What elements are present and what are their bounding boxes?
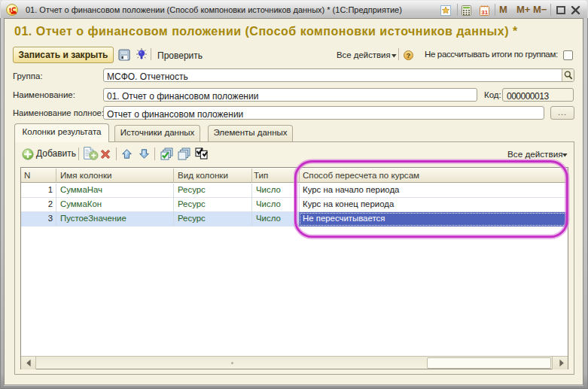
svg-text:?: ? xyxy=(407,50,411,59)
svg-text:31: 31 xyxy=(481,9,488,16)
